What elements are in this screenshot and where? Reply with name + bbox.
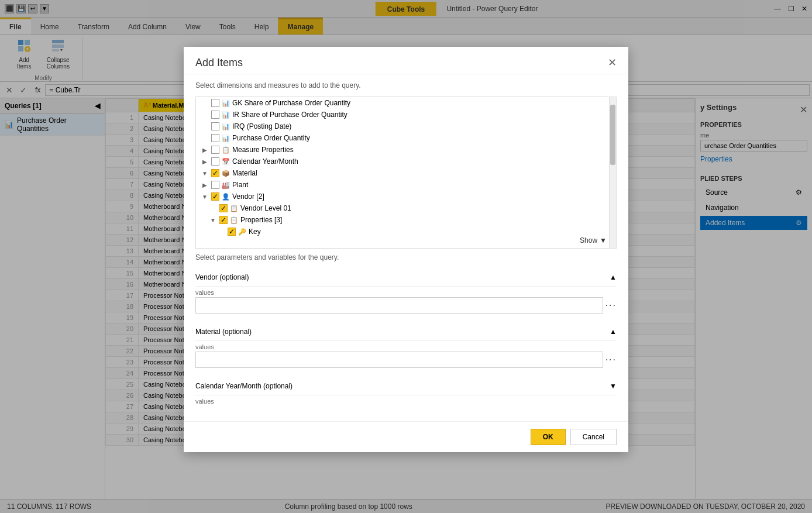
param-values-label-calendar: values [195,398,617,405]
tree-checkbox-properties[interactable]: ✓ [219,216,228,224]
param-input-vendor[interactable] [195,297,603,314]
tree-label-key: Key [249,228,261,236]
tree-checkbox-vendor[interactable]: ✓ [211,192,219,201]
tree-item-poq[interactable]: 📊 Purchase Order Quantity [196,132,616,144]
tree-container[interactable]: 📊 GK Share of Purchase Order Quantity 📊 … [195,97,617,249]
param-input-row-vendor: ··· [195,297,617,314]
tree-checkbox-vendor-level01[interactable]: ✓ [219,204,228,212]
modal-body: Select dimensions and measures to add to… [184,74,628,421]
tree-label-measure: Measure Properties [232,146,294,154]
tree-checkbox-poq[interactable] [211,134,219,142]
tree-label-vendor: Vendor [2] [232,192,264,201]
tree-expand-properties[interactable]: ▼ [209,216,217,224]
param-collapse-calendar-icon[interactable]: ▼ [610,382,617,390]
tree-item-irq[interactable]: 📊 IRQ (Posting Date) [196,120,616,132]
tree-checkbox-gk[interactable] [211,99,219,107]
param-values-label-vendor: values [195,289,617,296]
tree-label-ir: IR Share of Purchase Order Quantity [232,111,347,119]
tree-expand-vendor[interactable]: ▼ [201,192,209,201]
tree-expand-vendor-level01 [209,204,217,212]
param-collapse-vendor-icon[interactable]: ▲ [610,273,617,281]
param-values-label-material: values [195,343,617,350]
tree-expand-ir [201,111,209,119]
modal-title: Add Items [195,57,243,69]
tree-expand-gk [201,99,209,107]
tree-label-material: Material [232,169,257,177]
tree-icon-irq: 📊 [222,123,230,130]
param-label-material: Material (optional) [195,328,252,336]
tree-icon-properties: 📋 [230,216,238,224]
tree-icon-plant: 🏭 [222,181,230,189]
tree-icon-key: 🔑 [238,228,246,236]
tree-item-vendor[interactable]: ▼ ✓ 👤 Vendor [2] [196,191,616,202]
tree-expand-material[interactable]: ▼ [201,169,209,177]
tree-item-properties[interactable]: ▼ ✓ 📋 Properties [3] [196,214,616,226]
param-input-row-material: ··· [195,352,617,368]
tree-item-material[interactable]: ▼ ✓ 📦 Material [196,167,616,179]
tree-checkbox-ir[interactable] [211,111,219,119]
tree-expand-key [217,228,225,236]
tree-icon-material: 📦 [222,170,230,177]
tree-checkbox-measure[interactable] [211,146,219,154]
tree-checkbox-key[interactable]: ✓ [228,228,236,236]
tree-expand-irq [201,122,209,130]
param-label-calendar: Calendar Year/Month (optional) [195,382,293,390]
tree-icon-gk: 📊 [222,99,230,107]
tree-icon-ir: 📊 [222,111,230,119]
tree-item-calendar[interactable]: ▶ 📅 Calendar Year/Month [196,156,616,167]
tree-icon-poq: 📊 [222,135,230,142]
param-input-material[interactable] [195,352,603,368]
tree-checkbox-calendar[interactable] [211,157,219,166]
param-label-vendor: Vendor (optional) [195,273,249,281]
tree-item-plant[interactable]: ▶ 🏭 Plant [196,179,616,191]
show-button[interactable]: Show ▼ [580,236,607,245]
tree-expand-plant[interactable]: ▶ [201,181,209,189]
params-section: Select parameters and variables for the … [195,253,617,405]
modal-header: Add Items ✕ [184,47,628,74]
tree-item-key[interactable]: ✓ 🔑 Key [196,226,616,237]
tree-expand-poq [201,134,209,142]
tree-checkbox-plant[interactable] [211,181,219,189]
tree-item-vendor-level01[interactable]: ✓ 📋 Vendor Level 01 [196,202,616,214]
tree-checkbox-material[interactable]: ✓ [211,169,219,177]
tree-label-poq: Purchase Order Quantity [232,134,310,142]
modal-overlay: Add Items ✕ Select dimensions and measur… [0,0,812,513]
param-dots-vendor[interactable]: ··· [605,300,617,311]
tree-label-irq: IRQ (Posting Date) [232,122,291,130]
tree-icon-vendor-level01: 📋 [230,205,238,212]
cancel-button[interactable]: Cancel [570,429,617,445]
param-group-material: Material (optional) ▲ values ··· [195,323,617,368]
tree-icon-calendar: 📅 [222,158,230,166]
modal-footer: OK Cancel [184,421,628,452]
param-dots-material[interactable]: ··· [605,354,617,365]
tree-label-properties: Properties [3] [240,216,282,224]
tree-checkbox-irq[interactable] [211,122,219,130]
param-collapse-material-icon[interactable]: ▲ [610,328,617,336]
tree-icon-vendor: 👤 [222,193,230,201]
show-chevron-icon: ▼ [600,236,607,245]
tree-item-gk-share[interactable]: 📊 GK Share of Purchase Order Quantity [196,97,616,109]
tree-item-ir-share[interactable]: 📊 IR Share of Purchase Order Quantity [196,109,616,120]
param-header-vendor[interactable]: Vendor (optional) ▲ [195,268,617,287]
param-group-calendar: Calendar Year/Month (optional) ▼ values [195,377,617,405]
tree-item-measure-props[interactable]: ▶ 📋 Measure Properties [196,144,616,156]
param-header-material[interactable]: Material (optional) ▲ [195,323,617,341]
tree-expand-calendar[interactable]: ▶ [201,157,209,166]
tree-label-plant: Plant [232,181,248,189]
tree-icon-measure: 📋 [222,146,230,154]
add-items-modal: Add Items ✕ Select dimensions and measur… [184,47,628,452]
modal-subtitle: Select dimensions and measures to add to… [195,81,617,89]
tree-label-calendar: Calendar Year/Month [232,157,298,166]
param-group-vendor: Vendor (optional) ▲ values ··· [195,268,617,314]
modal-close-button[interactable]: ✕ [608,56,617,69]
ok-button[interactable]: OK [531,429,566,445]
tree-scrollbar[interactable] [609,97,616,248]
params-subtitle: Select parameters and variables for the … [195,253,617,261]
show-label: Show [580,236,597,245]
param-header-calendar[interactable]: Calendar Year/Month (optional) ▼ [195,377,617,395]
tree-expand-measure[interactable]: ▶ [201,146,209,154]
tree-label-gk: GK Share of Purchase Order Quantity [232,99,350,107]
tree-label-vendor-level01: Vendor Level 01 [240,204,291,212]
